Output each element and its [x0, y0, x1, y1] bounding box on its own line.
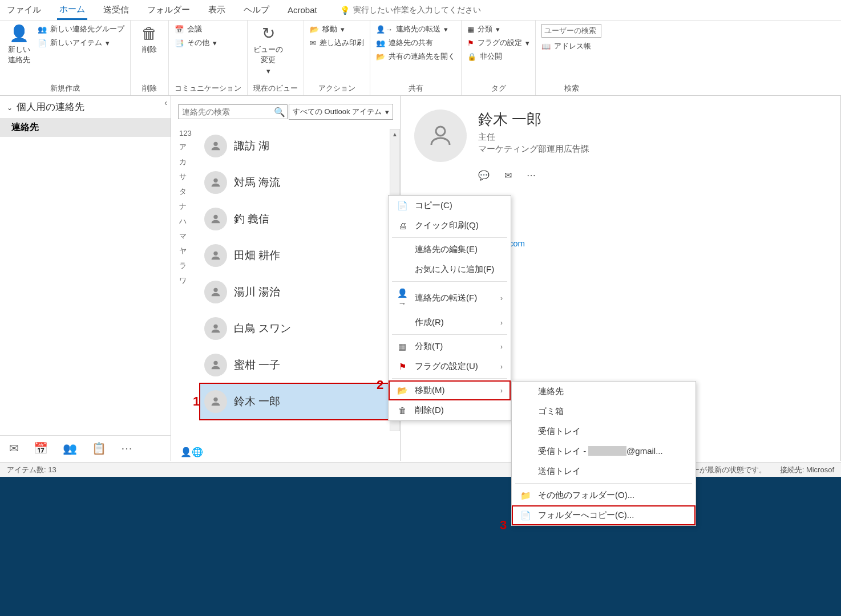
ctx-label: 連絡先の転送(F) — [415, 293, 477, 303]
alpha-item[interactable]: ラ — [179, 261, 192, 271]
mail-nav-icon[interactable]: ✉ — [9, 441, 19, 455]
alpha-item[interactable]: 123 — [179, 129, 192, 137]
change-view-button[interactable]: ↻ ビューの 変更 ▾ — [253, 24, 283, 75]
tab-file[interactable]: ファイル — [5, 1, 43, 19]
people-nav-icon[interactable]: 👥 — [63, 441, 77, 455]
contact-item[interactable]: 諏訪 湖 — [200, 128, 400, 164]
avatar-icon — [204, 208, 227, 230]
people-globe-icon[interactable]: 👤🌐 — [180, 447, 203, 457]
mail-icon[interactable]: ✉ — [504, 170, 512, 181]
new-item-button[interactable]: 📄 新しいアイテム ▾ — [38, 38, 124, 48]
scroll-up-icon[interactable]: ▲ — [390, 129, 399, 140]
categorize-button[interactable]: ▦ 分類 ▾ — [467, 24, 529, 34]
tab-home[interactable]: ホーム — [57, 1, 87, 20]
new-contact-group-button[interactable]: 👥 新しい連絡先グループ — [38, 24, 124, 34]
comment-icon[interactable]: 💬 — [478, 170, 490, 181]
submenu-trash[interactable]: ゴミ箱 — [512, 402, 696, 422]
tab-send-receive[interactable]: 送受信 — [101, 1, 131, 19]
chevron-down-icon: ▾ — [525, 39, 529, 47]
contact-item[interactable]: 対馬 海流 — [200, 164, 400, 201]
move-label: 移動 — [322, 24, 337, 34]
alpha-item[interactable]: ヤ — [179, 246, 192, 256]
other-comm-button[interactable]: 📑 その他 ▾ — [175, 38, 217, 48]
alpha-item[interactable]: ア — [179, 142, 192, 152]
tab-help[interactable]: ヘルプ — [241, 1, 272, 19]
share-contact-button[interactable]: 👥 連絡先の共有 — [376, 38, 455, 48]
alpha-item[interactable]: ナ — [179, 201, 192, 212]
group-label-new: 新規作成 — [6, 82, 124, 94]
ctx-categorize[interactable]: ▦分類(T)› — [389, 337, 511, 356]
avatar-icon — [204, 135, 227, 157]
calendar-nav-icon[interactable]: 📅 — [34, 441, 48, 455]
more-icon[interactable]: ⋯ — [527, 170, 536, 181]
move-button[interactable]: 📂 移動 ▾ — [310, 24, 364, 34]
address-book-button[interactable]: 📖 アドレス帳 — [541, 41, 601, 51]
ctx-delete[interactable]: 🗑削除(D) — [389, 400, 511, 420]
alpha-item[interactable]: ハ — [179, 216, 192, 226]
contact-item[interactable]: 釣 義信 — [200, 201, 400, 237]
annotation-3: 3 — [500, 518, 507, 533]
forward-icon: 👤→ — [397, 288, 408, 308]
alpha-item[interactable]: ワ — [179, 275, 192, 286]
submenu-inbox-gmail[interactable]: 受信トレイ - ________@gmail... — [512, 441, 696, 461]
ctx-quick-print[interactable]: 🖨クイック印刷(Q) — [389, 216, 511, 236]
ctx-flag[interactable]: ⚑フラグの設定(U)› — [389, 356, 511, 376]
chevron-right-icon: › — [500, 294, 503, 302]
lock-icon: 🔒 — [467, 52, 476, 61]
tasks-nav-icon[interactable]: 📋 — [92, 441, 106, 455]
svg-point-4 — [213, 288, 217, 292]
filter-dropdown[interactable]: すべての Outlook アイテム ▾ — [289, 104, 393, 120]
svg-point-8 — [436, 127, 445, 136]
submenu-sent[interactable]: 送信トレイ — [512, 461, 696, 481]
ctx-add-favorite[interactable]: お気に入りに追加(F) — [389, 260, 511, 279]
chevron-right-icon: › — [500, 363, 503, 371]
avatar-icon — [204, 281, 227, 303]
ctx-copy[interactable]: 📄コピー(C) — [389, 196, 511, 216]
flag-button[interactable]: ⚑ フラグの設定 ▾ — [467, 38, 529, 48]
tab-acrobat[interactable]: Acrobat — [285, 2, 320, 18]
submenu-inbox[interactable]: 受信トレイ — [512, 422, 696, 441]
ctx-move[interactable]: 📂移動(M)› — [389, 380, 511, 400]
contact-item[interactable]: 田畑 耕作 — [200, 237, 400, 274]
contact-item[interactable]: 白鳥 スワン — [200, 310, 400, 347]
ctx-edit-contact[interactable]: 連絡先の編集(E) — [389, 240, 511, 260]
tab-folder[interactable]: フォルダー — [145, 1, 192, 19]
annotation-2: 2 — [377, 378, 383, 392]
chevron-down-icon: ▾ — [341, 25, 345, 34]
open-shared-button[interactable]: 📂 共有の連絡先を開く — [376, 51, 455, 62]
alpha-item[interactable]: タ — [179, 187, 192, 197]
collapse-sidebar-icon[interactable]: ‹ — [164, 98, 167, 107]
context-submenu-move: 連絡先 ゴミ箱 受信トレイ 受信トレイ - ________@gmail... … — [511, 381, 696, 526]
user-search-input[interactable]: ユーザーの検索 — [541, 24, 601, 38]
new-contact-button[interactable]: 👤 新しい 連絡先 — [6, 24, 32, 65]
delete-button[interactable]: 🗑 削除 — [136, 24, 163, 55]
private-button[interactable]: 🔒 非公開 — [467, 51, 529, 62]
tell-me[interactable]: 💡 実行したい作業を入力してください — [340, 5, 481, 15]
contact-name: 鈴木 一郎 — [234, 394, 280, 409]
contact-item[interactable]: 蜜柑 一子 — [200, 347, 400, 383]
alpha-item[interactable]: カ — [179, 157, 192, 167]
meeting-button[interactable]: 📅 会議 — [175, 24, 217, 34]
ctx-create[interactable]: 作成(R)› — [389, 313, 511, 333]
submenu-other-folder[interactable]: 📁その他のフォルダー(O)... — [512, 485, 696, 505]
print-icon: 🖨 — [397, 221, 408, 230]
sidebar-item-contacts[interactable]: 連絡先 — [0, 118, 171, 137]
ctx-forward-contact[interactable]: 👤→連絡先の転送(F)› — [389, 283, 511, 313]
contact-item-selected[interactable]: 鈴木 一郎 — [200, 383, 400, 420]
alpha-item[interactable]: サ — [179, 172, 192, 182]
alpha-item[interactable]: マ — [179, 231, 192, 241]
submenu-copy-to-folder[interactable]: 📄フォルダーへコピー(C)... — [512, 505, 696, 525]
submenu-contacts[interactable]: 連絡先 — [512, 382, 696, 402]
ribbon-group-delete: 🗑 削除 削除 — [131, 21, 169, 95]
sidebar-header[interactable]: ⌄ 個人用の連絡先 — [0, 96, 171, 118]
forward-contact-button[interactable]: 👤→ 連絡先の転送 ▾ — [376, 24, 455, 34]
more-nav-icon[interactable]: ⋯ — [121, 441, 132, 455]
contact-search-input[interactable] — [178, 104, 288, 119]
search-icon[interactable]: 🔍 — [274, 107, 285, 117]
sidebar-header-label: 個人用の連絡先 — [17, 102, 84, 112]
ctx-label: 連絡先 — [538, 386, 564, 397]
contact-name: 釣 義信 — [234, 212, 269, 226]
mailmerge-button[interactable]: ✉ 差し込み印刷 — [310, 38, 364, 48]
contact-item[interactable]: 湯川 湯治 — [200, 274, 400, 310]
tab-view[interactable]: 表示 — [206, 1, 228, 19]
